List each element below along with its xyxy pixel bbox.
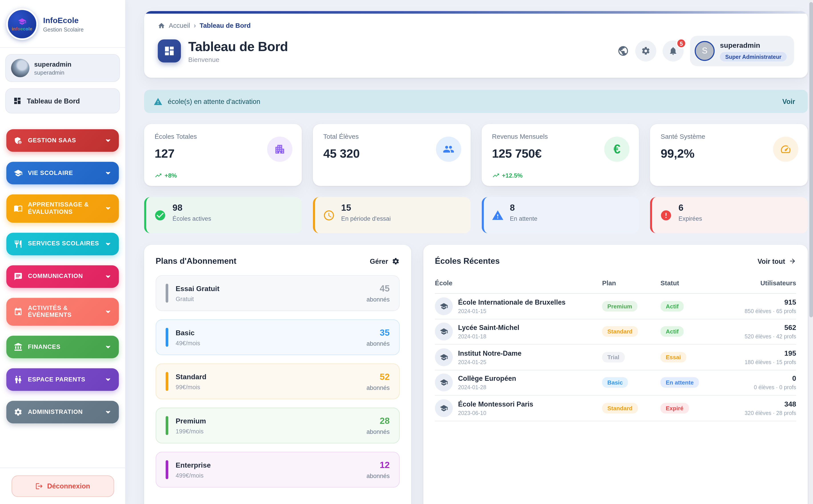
status-badge: Essai: [661, 352, 686, 362]
chip-label: Expirées: [679, 215, 800, 222]
brand: infoecole InfoEcole Gestion Scolaire: [5, 6, 120, 47]
sidebar-item-communication[interactable]: COMMUNICATION: [6, 265, 119, 288]
plan-list: Essai Gratuit Gratuit 45 abonnés Basic 4…: [155, 275, 400, 488]
sidebar-item-label: ACTIVITÉS & ÉVÉNEMENTS: [28, 304, 99, 319]
alert-text: école(s) en attente d'activation: [168, 97, 260, 105]
page-title: Tableau de Bord: [188, 39, 288, 54]
school-date: 2024-01-25: [458, 359, 521, 365]
sidebar-item-vie-scolaire[interactable]: VIE SCOLAIRE: [6, 162, 119, 185]
users-icon: [436, 137, 461, 162]
table-row[interactable]: École Montessori Paris 2023-06-10 Standa…: [435, 396, 796, 421]
sidebar-item-dashboard[interactable]: Tableau de Bord: [5, 88, 120, 114]
chevron-down-icon: [105, 137, 111, 144]
sidebar-item-gestion-saas[interactable]: GESTION SAAS: [6, 129, 119, 152]
breadcrumb: Accueil › Tableau de Bord: [158, 22, 808, 29]
plan-color-bar: [165, 372, 168, 391]
plan-count: 12: [367, 460, 390, 471]
gear-icon: [392, 257, 400, 265]
stat-trend: +12.5%: [492, 172, 522, 179]
users-count: 348: [724, 400, 796, 408]
column-header: Utilisateurs: [724, 280, 796, 287]
sidebar-item-activites-evenements[interactable]: ACTIVITÉS & ÉVÉNEMENTS: [6, 298, 119, 326]
calendar-icon: [14, 307, 23, 316]
alert-voir-link[interactable]: Voir: [782, 97, 795, 105]
sidebar-footer: Déconnexion: [5, 467, 120, 499]
sidebar-item-apprentissage[interactable]: APPRENTISSAGE & ÉVALUATIONS: [6, 194, 119, 222]
trending-up-icon: [155, 172, 162, 179]
scrollbar[interactable]: [809, 0, 813, 504]
users-detail: 180 élèves · 15 profs: [724, 359, 796, 365]
table-row[interactable]: Institut Notre-Dame 2024-01-25 Trial Ess…: [435, 345, 796, 370]
chevron-right-icon: ›: [193, 22, 196, 29]
logo-wordmark: infoecole: [12, 26, 32, 31]
plan-price: 199€/mois: [175, 428, 206, 434]
chevron-down-icon: [105, 344, 111, 351]
globe-icon[interactable]: [618, 45, 629, 57]
breadcrumb-current: Tableau de Bord: [199, 22, 251, 29]
sidebar-item-services-scolaires[interactable]: SERVICES SCOLAIRES: [6, 232, 119, 255]
notifications-button[interactable]: 5: [663, 40, 684, 62]
table-row[interactable]: Collège Européen 2024-01-28 Basic En att…: [435, 370, 796, 396]
table-header: École Plan Statut Utilisateurs: [435, 280, 796, 294]
sidebar-item-label: FINANCES: [28, 343, 99, 351]
sidebar-item-label: ESPACE PARENTS: [28, 376, 99, 383]
dashboard-grid-icon: [13, 97, 22, 105]
plan-color-bar: [165, 284, 168, 303]
plan-row-enterprise[interactable]: Enterprise 499€/mois 12 abonnés: [155, 452, 400, 488]
table-row[interactable]: Lycée Saint-Michel 2024-01-18 Standard A…: [435, 319, 796, 345]
chevron-down-icon: [105, 308, 111, 315]
settings-button[interactable]: [635, 40, 656, 62]
sidebar-item-finances[interactable]: FINANCES: [6, 336, 119, 358]
clock-icon: [323, 209, 335, 221]
breadcrumb-home[interactable]: Accueil: [169, 22, 190, 29]
main-content: Accueil › Tableau de Bord Tableau de Bor…: [126, 0, 813, 504]
pending-schools-alert: école(s) en attente d'activation Voir: [144, 90, 808, 113]
school-name: École Montessori Paris: [458, 400, 533, 408]
scrollbar-thumb[interactable]: [809, 2, 813, 317]
plan-row-essai-gratuit[interactable]: Essai Gratuit Gratuit 45 abonnés: [155, 275, 400, 311]
user-role: superadmin: [34, 69, 72, 75]
school-date: 2024-01-15: [458, 308, 566, 314]
sidebar-menu: GESTION SAAS VIE SCOLAIRE APPRENTISSAGE: [5, 129, 120, 423]
table-row[interactable]: École Internationale de Bruxelles 2024-0…: [435, 294, 796, 319]
chevron-down-icon: [105, 409, 111, 416]
stat-label: Écoles Totales: [155, 133, 291, 140]
stat-card-sante-systeme: Santé Système 99,2%: [650, 124, 808, 186]
plan-row-premium[interactable]: Premium 199€/mois 28 abonnés: [155, 408, 400, 443]
plan-badge: Premium: [602, 301, 638, 311]
sidebar-item-label: ADMINISTRATION: [28, 409, 99, 416]
users-detail: 520 élèves · 42 profs: [724, 333, 796, 339]
plan-row-basic[interactable]: Basic 49€/mois 35 abonnés: [155, 319, 400, 355]
dashboard-grid-icon: [158, 39, 181, 62]
voir-tout-link[interactable]: Voir tout: [757, 257, 796, 265]
chevron-down-icon: [105, 273, 111, 280]
school-date: 2023-06-10: [458, 410, 533, 416]
plans-panel: Plans d'Abonnement Gérer Essai Gratuit: [144, 245, 411, 504]
sidebar-user-card[interactable]: superadmin superadmin: [5, 54, 120, 82]
user-name: superadmin: [720, 42, 760, 49]
check-circle-icon: [154, 209, 166, 221]
chip-value: 98: [172, 203, 294, 213]
sidebar-item-administration[interactable]: ADMINISTRATION: [6, 401, 119, 424]
plan-unit: abonnés: [367, 296, 390, 302]
status-badge: Actif: [661, 326, 684, 337]
plan-color-bar: [165, 460, 168, 479]
status-badge: Expiré: [661, 403, 689, 413]
sidebar-item-label: COMMUNICATION: [28, 273, 99, 280]
header-actions: 5 S superadmin Super Administrateur: [618, 36, 794, 66]
shield-admin-icon: [14, 136, 23, 145]
app-window: infoecole InfoEcole Gestion Scolaire sup…: [0, 0, 813, 504]
plan-badge: Trial: [602, 352, 625, 362]
sidebar-item-label: GESTION SAAS: [28, 137, 99, 144]
plan-row-standard[interactable]: Standard 99€/mois 52 abonnés: [155, 363, 400, 399]
avatar: S: [695, 41, 715, 61]
sidebar-item-espace-parents[interactable]: ESPACE PARENTS: [6, 368, 119, 391]
user-menu[interactable]: S superadmin Super Administrateur: [690, 36, 794, 66]
home-icon[interactable]: [158, 22, 165, 29]
chip-value: 6: [679, 203, 800, 213]
status-badge: Actif: [661, 301, 684, 311]
gear-icon: [641, 46, 651, 56]
chat-icon: [14, 272, 23, 281]
gerer-button[interactable]: Gérer: [370, 257, 400, 265]
logout-button[interactable]: Déconnexion: [11, 475, 114, 497]
